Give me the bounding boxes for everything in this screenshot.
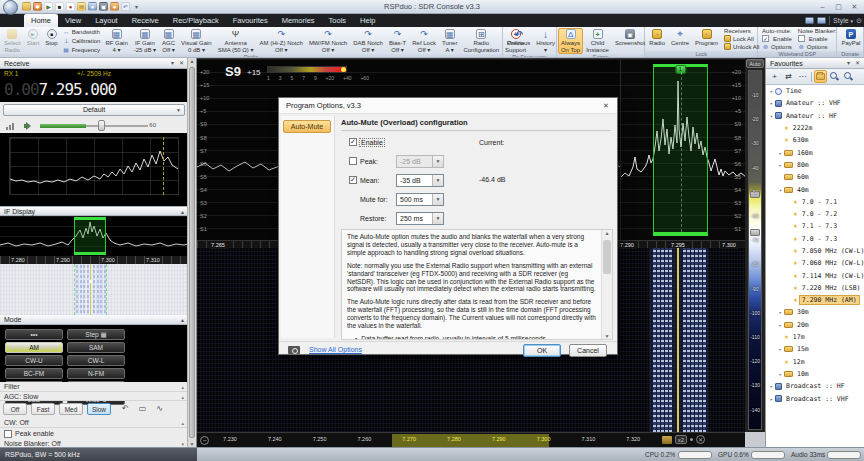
panel-close-icon[interactable]: ✕ — [855, 58, 860, 69]
zoom-out-icon[interactable]: − — [200, 436, 209, 445]
tree-item-10m[interactable]: ▸10m — [766, 368, 864, 380]
agc-undo-icon[interactable]: ↶ — [122, 404, 129, 413]
tree-item-7-0-7-1[interactable]: ★7.0 - 7.1 — [766, 196, 864, 208]
ribbon-button-select-radio[interactable]: SelectRadio — [1, 28, 24, 54]
ribbon-button-radio[interactable]: ·Radio — [646, 28, 668, 51]
tab-memories[interactable]: Memories — [275, 14, 322, 27]
ribbon-control-enable[interactable]: Enable — [798, 35, 837, 42]
filter-section-header[interactable]: Filter▴ — [0, 382, 188, 392]
tree-item-7-0-7-2[interactable]: ★7.0 - 7.2 — [766, 208, 864, 220]
scrollbar-thumb[interactable] — [603, 240, 611, 274]
ribbon-button-agc-off[interactable]: ▦AGCOff ▾ — [159, 28, 178, 54]
tree-item-time[interactable]: ▸Time — [766, 85, 864, 97]
tree-expander[interactable]: ▸ — [777, 371, 784, 377]
agc-button-off[interactable]: Off — [3, 403, 27, 415]
mode-button-cw-u[interactable]: CW-U — [5, 355, 63, 366]
mode-button-am[interactable]: AM — [5, 342, 63, 353]
mode-button-step[interactable]: Step ▦ — [67, 329, 125, 340]
tree-item-160m[interactable]: ▸160m — [766, 146, 864, 158]
tree-item-broadcast-vhf[interactable]: ▸Broadcast :: VHF — [766, 392, 864, 404]
tree-expander[interactable]: ▸ — [768, 100, 775, 106]
peak-enable-checkbox[interactable] — [4, 430, 12, 438]
sidebar-item-auto-mute[interactable]: Auto-Mute — [283, 120, 331, 133]
cancel-button[interactable]: Cancel — [569, 344, 607, 357]
receive-spectrum[interactable] — [0, 133, 188, 206]
cw-section-header[interactable]: CW: Off▴ — [0, 418, 188, 428]
frequency-readout[interactable]: 0.007.295.000 — [4, 80, 116, 99]
ribbon-control-enable[interactable]: ✓Enable — [762, 35, 792, 42]
tree-item-20m[interactable]: ▸20m — [766, 319, 864, 331]
audio-levels-icon[interactable] — [6, 122, 14, 130]
ribbon-button-always-on-top[interactable]: ΔAlwaysOn Top — [558, 28, 583, 54]
agc-section-header[interactable]: AGC: Slow▴ — [0, 392, 188, 401]
ribbon-button-screenshot[interactable]: ▣Screenshot — [612, 28, 648, 54]
ribbon-button-paypal[interactable]: PPayPal — [838, 28, 863, 51]
folder-button[interactable] — [814, 70, 827, 83]
style-selector[interactable]: Style ▾ — [833, 17, 853, 24]
panel-menu-icon[interactable]: ▾ — [847, 58, 850, 69]
checkbox-enable[interactable] — [798, 35, 805, 42]
tree-item-60m[interactable]: 60m — [766, 171, 864, 183]
lock-icon[interactable] — [662, 436, 672, 444]
tree-item-amateur-vhf[interactable]: ▸Amateur :: VHF — [766, 97, 864, 109]
tree-item-630m[interactable]: ★630m — [766, 134, 864, 146]
mode-button-cw-l[interactable]: CW-L — [67, 355, 125, 366]
checkbox-enable[interactable]: ✓ — [762, 35, 769, 42]
overview-bar[interactable]: − 7.2307.2407.2507.2607.2707.2807.2907.3… — [197, 432, 745, 447]
tree-expander[interactable]: ▸ — [768, 396, 775, 402]
tree-item-amateur-hf[interactable]: ▾Amateur :: HF — [766, 110, 864, 122]
tree-expander[interactable]: ▸ — [777, 346, 784, 352]
tree-expander[interactable]: ▾ — [777, 187, 784, 193]
tree-item-12m[interactable]: ★12m — [766, 356, 864, 368]
if-frequency-ruler[interactable]: 7.2807.2907.3007.310 — [0, 256, 188, 264]
panel-close-icon[interactable]: ✕ — [179, 58, 184, 69]
show-all-options-link[interactable]: Show All Options — [309, 346, 362, 353]
if-spectrum[interactable] — [0, 216, 188, 256]
ribbon-button-dab-notch-off[interactable]: ↷DAB NotchOff ▾ — [350, 28, 386, 54]
tree-item-15m[interactable]: ▸15m — [766, 343, 864, 355]
dialog-close-button[interactable]: ✕ — [595, 98, 617, 114]
tree-item-7-0-7-3[interactable]: ★7.0 - 7.3 — [766, 233, 864, 245]
monitor-icon[interactable] — [817, 17, 826, 24]
ribbon-button-child-instance[interactable]: +ChildInstance — [583, 28, 612, 54]
mode-button-item[interactable]: ••• — [5, 329, 63, 340]
combo-mean[interactable]: -35 dB▼ — [396, 174, 444, 187]
zoom-out-button[interactable] — [828, 70, 841, 83]
ribbon-button-stop[interactable]: ■Stop — [42, 28, 60, 54]
settings-gear-icon[interactable]: ⊙ — [856, 17, 862, 25]
ribbon-button-tuner-a[interactable]: ▦TunerA ▾ — [439, 28, 460, 54]
receive-panel-scrollbar[interactable]: ▲▼ — [187, 58, 196, 447]
dialog-titlebar[interactable]: Program Options, v3.3 — [279, 98, 617, 114]
ribbon-button-visual-gain-0-db[interactable]: ▦Visual Gain0 dB ▾ — [178, 28, 215, 54]
scale-x2-button[interactable]: x2 — [675, 435, 687, 444]
combo-mute-for[interactable]: 500 ms▼ — [396, 193, 444, 206]
tree-item-7-060-mhz-cw-l[interactable]: ★7.060 MHz (CW-L) — [766, 257, 864, 269]
ribbon-button-centre[interactable]: ⌖Centre — [668, 28, 692, 51]
ribbon-control-options[interactable]: ⊚Options — [762, 43, 792, 50]
auto-mute-enable-checkbox[interactable]: ✓ — [349, 138, 357, 146]
panel-menu-icon[interactable]: ▾ — [171, 58, 174, 69]
ribbon-button-program[interactable]: ·Program — [692, 28, 721, 51]
ribbon-button-ref-lock-off[interactable]: ↷Ref LockOff ▾ — [409, 28, 439, 54]
ribbon-button-mw-fm-notch-off[interactable]: ↷MW/FM NotchOff ▾ — [306, 28, 350, 54]
ribbon-button-lock-all[interactable]: Lock All — [724, 35, 759, 42]
tree-expander[interactable]: ▸ — [777, 322, 784, 328]
tree-item-30m[interactable]: ▸30m — [766, 306, 864, 318]
refresh-button[interactable]: ⇄ — [782, 70, 795, 83]
tree-item-broadcast-hf[interactable]: ▸Broadcast :: HF — [766, 380, 864, 392]
more-button[interactable]: ⋯ — [796, 70, 809, 83]
ribbon-button-antenna-sma-50[interactable]: ΨAntennaSMA (50 Ω) ▾ — [215, 28, 257, 54]
volume-slider-handle[interactable] — [98, 120, 105, 131]
tree-item-7-220-mhz-lsb[interactable]: ★7.220 MHz (LSB) — [766, 282, 864, 294]
tab-tools[interactable]: Tools — [322, 14, 354, 27]
tree-item-40m[interactable]: ▾40m — [766, 183, 864, 195]
maximize-button[interactable]: ▢ — [832, 1, 845, 12]
ribbon-button-bias-t-off[interactable]: ↷Bias-TOff ▾ — [386, 28, 409, 54]
tree-item-17m[interactable]: ★17m — [766, 331, 864, 343]
mode-button-bc-fm[interactable]: BC-FM — [5, 368, 63, 379]
camera-icon[interactable] — [288, 346, 300, 354]
close-zoom-icon[interactable]: ✕ — [696, 435, 705, 444]
ribbon-button-bandwidth[interactable]: ↔Bandwidth — [63, 29, 101, 36]
if-waterfall[interactable] — [0, 264, 188, 315]
waterfall-palette-bar[interactable] — [748, 70, 762, 430]
